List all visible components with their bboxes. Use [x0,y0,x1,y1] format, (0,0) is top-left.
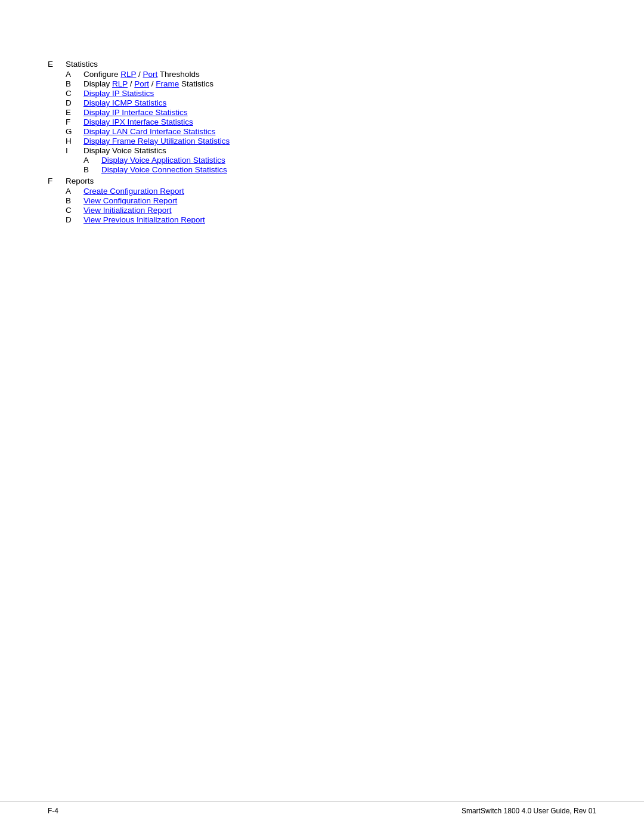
label-e-d: D [66,98,83,107]
item-e-c: C Display IP Statistics [66,89,596,98]
slash-b2: / [149,79,156,88]
label-f: F [48,176,66,185]
text-reports: Reports [66,176,94,185]
label-e-f: F [66,117,83,126]
item-e-f: F Display IPX Interface Statistics [66,117,596,126]
text-e-b: Display RLP / Port / Frame Statistics [83,79,213,88]
text-i-b[interactable]: Display Voice Connection Statistics [101,165,227,174]
text-i-a[interactable]: Display Voice Application Statistics [101,156,225,165]
item-f-a: A Create Configuration Report [66,187,596,196]
text-statistics: Statistics [66,60,98,69]
text-e-g[interactable]: Display LAN Card Interface Statistics [83,127,215,136]
text-e-c[interactable]: Display IP Statistics [83,89,154,98]
configure-plain: Configure [83,70,120,79]
label-e-c: C [66,89,83,98]
text-e-h[interactable]: Display Frame Relay Utilization Statisti… [83,137,230,145]
label-e-h: H [66,137,83,145]
text-f-c[interactable]: View Initialization Report [83,206,172,215]
label-f-b: B [66,196,83,205]
text-e-f[interactable]: Display IPX Interface Statistics [83,117,193,126]
label-i-a: A [83,156,101,165]
level2-group-f: A Create Configuration Report B View Con… [66,187,596,224]
label-f-c: C [66,206,83,215]
item-f-d: D View Previous Initialization Report [66,215,596,224]
level1-f: F Reports [48,176,596,185]
label-i-b: B [83,165,101,174]
rlp-link-b[interactable]: RLP [112,79,128,88]
item-f-c: C View Initialization Report [66,206,596,215]
rlp-link[interactable]: RLP [120,70,136,79]
statistics-plain-b: Statistics [179,79,213,88]
footer-document-title: SmartSwitch 1800 4.0 User Guide, Rev 01 [462,807,596,815]
text-e-d[interactable]: Display ICMP Statistics [83,98,166,107]
footer-page-number: F-4 [48,807,58,815]
text-e-i: Display Voice Statistics [83,146,166,155]
item-i-b: B Display Voice Connection Statistics [83,165,596,174]
item-e-i: I Display Voice Statistics [66,146,596,155]
text-e-e[interactable]: Display IP Interface Statistics [83,108,188,117]
level3-group-i: A Display Voice Application Statistics B… [83,156,596,174]
level2-group-e: A Configure RLP / Port Thresholds B Disp… [66,70,596,174]
label-e-a: A [66,70,83,79]
slash1: / [136,70,143,79]
text-f-a[interactable]: Create Configuration Report [83,187,184,196]
item-e-d: D Display ICMP Statistics [66,98,596,107]
section-e: E Statistics A Configure RLP / Port Thre… [48,60,596,174]
page-content: E Statistics A Configure RLP / Port Thre… [0,0,644,262]
port-link[interactable]: Port [143,70,158,79]
item-e-e: E Display IP Interface Statistics [66,108,596,117]
text-f-d[interactable]: View Previous Initialization Report [83,215,205,224]
text-f-b[interactable]: View Configuration Report [83,196,177,205]
item-e-b: B Display RLP / Port / Frame Statistics [66,79,596,88]
item-e-h: H Display Frame Relay Utilization Statis… [66,137,596,145]
label-e-i: I [66,146,83,155]
item-i-a: A Display Voice Application Statistics [83,156,596,165]
slash-b1: / [128,79,134,88]
display-plain-b: Display [83,79,112,88]
label-e-g: G [66,127,83,136]
thresholds-plain: Thresholds [157,70,199,79]
item-f-b: B View Configuration Report [66,196,596,205]
frame-link-b[interactable]: Frame [156,79,179,88]
page-footer: F-4 SmartSwitch 1800 4.0 User Guide, Rev… [0,801,644,815]
label-f-d: D [66,215,83,224]
menu-section: E Statistics A Configure RLP / Port Thre… [48,60,596,224]
label-e-b: B [66,79,83,88]
item-e-g: G Display LAN Card Interface Statistics [66,127,596,136]
label-f-a: A [66,187,83,196]
label-e-e: E [66,108,83,117]
label-e: E [48,60,66,69]
item-e-a: A Configure RLP / Port Thresholds [66,70,596,79]
level1-e: E Statistics [48,60,596,69]
port-link-b[interactable]: Port [134,79,149,88]
section-f: F Reports A Create Configuration Report … [48,176,596,224]
text-e-a: Configure RLP / Port Thresholds [83,70,200,79]
